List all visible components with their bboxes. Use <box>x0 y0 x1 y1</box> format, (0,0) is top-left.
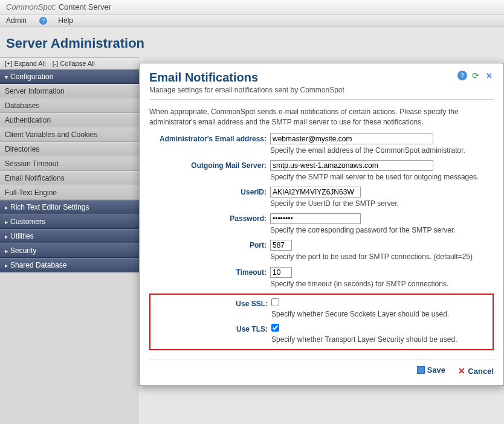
chevron-icon: ▸ <box>5 233 8 240</box>
hint-mail-server: Specify the SMTP mail server to be used … <box>270 172 494 182</box>
dialog-help-icon[interactable]: ? <box>457 71 467 80</box>
save-button[interactable]: Save <box>417 365 445 374</box>
nav-item[interactable]: Authentication <box>0 113 139 127</box>
nav-item[interactable]: Client Variables and Cookies <box>0 127 139 142</box>
nav-item[interactable]: Session Timeout <box>0 156 139 171</box>
dialog-refresh-icon[interactable]: ⟳ <box>471 71 480 80</box>
input-password[interactable] <box>270 213 361 224</box>
cancel-button[interactable]: ✕Cancel <box>458 366 494 376</box>
checkbox-use-tls[interactable] <box>271 324 279 332</box>
label-mail-server: Outgoing Mail Server: <box>149 160 270 182</box>
page-title: Server Administration <box>0 27 504 57</box>
label-use-tls: Use TLS: <box>150 324 271 344</box>
nav-section[interactable]: ▸Security <box>0 243 139 258</box>
nav-item[interactable]: Email Notifications <box>0 171 139 185</box>
hint-admin-email: Specify the email address of the CommonS… <box>270 146 494 155</box>
hint-use-ssl: Specify whether Secure Sockets Layer sho… <box>271 309 493 319</box>
hint-use-tls: Specify whether Transport Layer Security… <box>271 335 493 344</box>
sidebar: [+] Expand All [-] Collapse All ▾Configu… <box>0 57 139 424</box>
hint-userid: Specify the UserID for the SMTP server. <box>270 199 494 208</box>
expand-collapse-bar: [+] Expand All [-] Collapse All <box>0 57 139 69</box>
nav-item[interactable]: Directories <box>0 142 139 156</box>
dialog-title: Email Notifications <box>149 71 457 85</box>
label-userid: UserID: <box>149 187 270 208</box>
input-mail-server[interactable] <box>270 160 433 171</box>
input-timeout[interactable] <box>270 267 292 278</box>
nav-section-label: Shared Database <box>10 261 66 269</box>
nav-section-label: Rich Text Editor Settings <box>10 203 89 211</box>
nav-section[interactable]: ▸Utilities <box>0 229 139 243</box>
cancel-icon: ✕ <box>458 366 465 376</box>
nav-section[interactable]: ▸Rich Text Editor Settings <box>0 200 139 214</box>
help-icon: ? <box>39 17 47 25</box>
hint-password: Specify the corresponding password for t… <box>270 225 494 235</box>
label-timeout: Timeout: <box>149 267 270 289</box>
chevron-icon: ▸ <box>5 204 8 211</box>
nav-section-label: Configuration <box>10 72 53 81</box>
hint-timeout: Specify the timeout (in seconds) for SMT… <box>270 279 494 289</box>
input-admin-email[interactable] <box>270 133 433 144</box>
dialog-intro: When appropriate, CommonSpot sends e-mai… <box>149 107 494 127</box>
checkbox-use-ssl[interactable] <box>271 298 279 306</box>
chevron-icon: ▸ <box>5 262 8 269</box>
chevron-icon: ▸ <box>5 248 8 254</box>
menu-help[interactable]: ?Help <box>39 16 84 25</box>
chevron-icon: ▾ <box>5 74 8 80</box>
save-icon <box>417 366 425 374</box>
dialog-close-icon[interactable]: ✕ <box>484 71 494 80</box>
nav-section-label: Security <box>10 246 36 255</box>
label-port: Port: <box>149 240 270 262</box>
nav-section[interactable]: ▸Customers <box>0 214 139 229</box>
email-notifications-dialog: Email Notifications ? ⟳ ✕ Manage setting… <box>139 63 504 386</box>
menubar: Admin ?Help <box>0 14 504 27</box>
input-userid[interactable] <box>270 187 361 198</box>
dialog-subtitle: Manage settings for email notifications … <box>149 86 494 100</box>
menu-admin[interactable]: Admin <box>6 16 27 25</box>
expand-all[interactable]: [+] Expand All <box>5 60 46 67</box>
chevron-icon: ▸ <box>5 219 8 225</box>
label-admin-email: Administrator's Email address: <box>149 133 270 155</box>
nav-section[interactable]: ▾Configuration <box>0 69 139 84</box>
nav-section-label: Customers <box>10 217 45 226</box>
hint-port: Specify the port to be used for SMTP con… <box>270 252 494 262</box>
nav-section-label: Utilities <box>10 232 34 240</box>
ssl-tls-highlight: Use SSL: Specify whether Secure Sockets … <box>149 294 494 350</box>
nav-section[interactable]: ▸Shared Database <box>0 258 139 272</box>
input-port[interactable] <box>270 240 292 251</box>
nav-item[interactable]: Databases <box>0 98 139 113</box>
app-header: CommonSpot: Content Server <box>0 0 504 14</box>
label-use-ssl: Use SSL: <box>150 298 271 319</box>
brand: CommonSpot: Content Server <box>6 2 111 11</box>
collapse-all[interactable]: [-] Collapse All <box>53 60 95 67</box>
nav-item[interactable]: Server Information <box>0 84 139 98</box>
nav-item[interactable]: Full-Text Engine <box>0 185 139 200</box>
label-password: Password: <box>149 213 270 235</box>
